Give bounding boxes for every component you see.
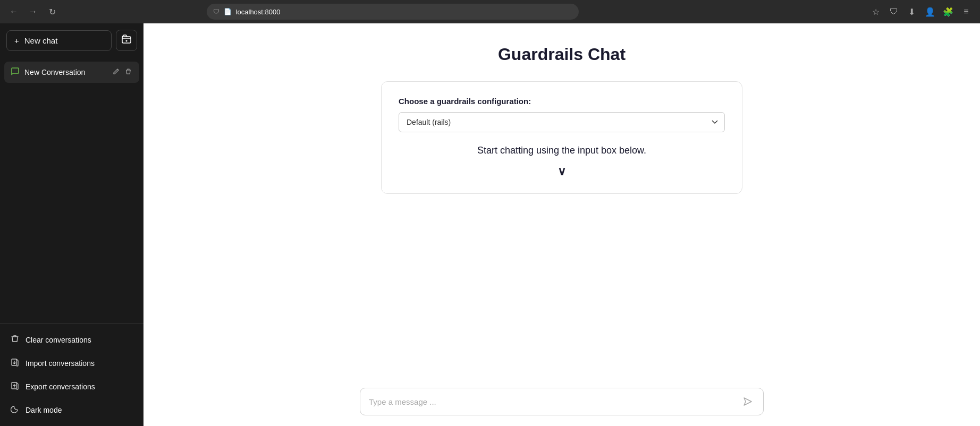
svg-rect-0 bbox=[122, 37, 131, 43]
new-folder-button[interactable] bbox=[116, 30, 137, 51]
forward-button[interactable]: → bbox=[26, 4, 40, 19]
page-title: Guardrails Chat bbox=[498, 45, 626, 64]
clear-conversations-button[interactable]: Clear conversations bbox=[4, 328, 139, 352]
start-chatting-text: Start chatting using the input box below… bbox=[399, 145, 725, 156]
guardrails-config-label: Choose a guardrails configuration: bbox=[399, 97, 725, 106]
bookmark-star-icon[interactable]: ☆ bbox=[868, 4, 883, 19]
import-conversations-button[interactable]: Import conversations bbox=[4, 352, 139, 375]
import-icon bbox=[11, 358, 19, 369]
input-area bbox=[143, 379, 980, 426]
new-chat-button[interactable]: + New chat bbox=[6, 30, 112, 51]
sidebar-top: + New chat bbox=[0, 23, 143, 57]
extensions-icon[interactable]: 🧩 bbox=[941, 4, 956, 19]
conversation-actions bbox=[112, 67, 133, 78]
reload-button[interactable]: ↻ bbox=[45, 4, 60, 19]
back-button[interactable]: ← bbox=[6, 4, 21, 19]
new-chat-label: New chat bbox=[24, 36, 58, 45]
chevron-down-icon: ∨ bbox=[399, 165, 725, 178]
message-input[interactable] bbox=[369, 397, 736, 406]
dark-mode-button[interactable]: Dark mode bbox=[4, 398, 139, 422]
download-icon[interactable]: ⬇ bbox=[905, 4, 919, 19]
export-icon bbox=[11, 381, 19, 392]
page-doc-icon: 📄 bbox=[224, 8, 232, 15]
conversation-label: New Conversation bbox=[24, 68, 106, 76]
address-bar[interactable]: 🛡 📄 localhost:8000 bbox=[207, 4, 579, 20]
app-container: + New chat bbox=[0, 23, 980, 426]
guardrails-select[interactable]: Default (rails) Custom configuration No … bbox=[399, 112, 725, 132]
sidebar-bottom: Clear conversations Import conversations bbox=[0, 323, 143, 426]
browser-chrome: ← → ↻ 🛡 📄 localhost:8000 ☆ 🛡 ⬇ 👤 🧩 ≡ bbox=[0, 0, 980, 23]
moon-icon bbox=[11, 405, 19, 415]
export-conversations-button[interactable]: Export conversations bbox=[4, 375, 139, 398]
chat-area: Guardrails Chat Choose a guardrails conf… bbox=[143, 23, 980, 379]
edit-conversation-button[interactable] bbox=[112, 67, 121, 78]
message-input-wrapper bbox=[360, 388, 764, 415]
menu-icon[interactable]: ≡ bbox=[959, 4, 974, 19]
clear-conversations-label: Clear conversations bbox=[26, 336, 91, 344]
conversations-list: New Conversation bbox=[0, 57, 143, 323]
main-content: Guardrails Chat Choose a guardrails conf… bbox=[143, 23, 980, 426]
sidebar: + New chat bbox=[0, 23, 143, 426]
send-button[interactable] bbox=[741, 395, 755, 408]
delete-conversation-button[interactable] bbox=[124, 67, 133, 78]
conversation-chat-icon bbox=[11, 67, 19, 78]
profile-icon[interactable]: 👤 bbox=[923, 4, 937, 19]
import-conversations-label: Import conversations bbox=[26, 359, 95, 368]
plus-icon: + bbox=[14, 36, 19, 45]
security-shield-icon: 🛡 bbox=[213, 8, 219, 15]
export-conversations-label: Export conversations bbox=[26, 382, 95, 391]
guardrails-card: Choose a guardrails configuration: Defau… bbox=[381, 81, 742, 194]
trash-icon bbox=[11, 335, 19, 345]
url-text: localhost:8000 bbox=[236, 8, 281, 16]
browser-right-actions: ☆ 🛡 ⬇ 👤 🧩 ≡ bbox=[868, 4, 974, 19]
dark-mode-label: Dark mode bbox=[26, 406, 62, 414]
pocket-icon[interactable]: 🛡 bbox=[886, 4, 901, 19]
conversation-item[interactable]: New Conversation bbox=[4, 62, 139, 83]
new-folder-icon bbox=[122, 35, 131, 46]
